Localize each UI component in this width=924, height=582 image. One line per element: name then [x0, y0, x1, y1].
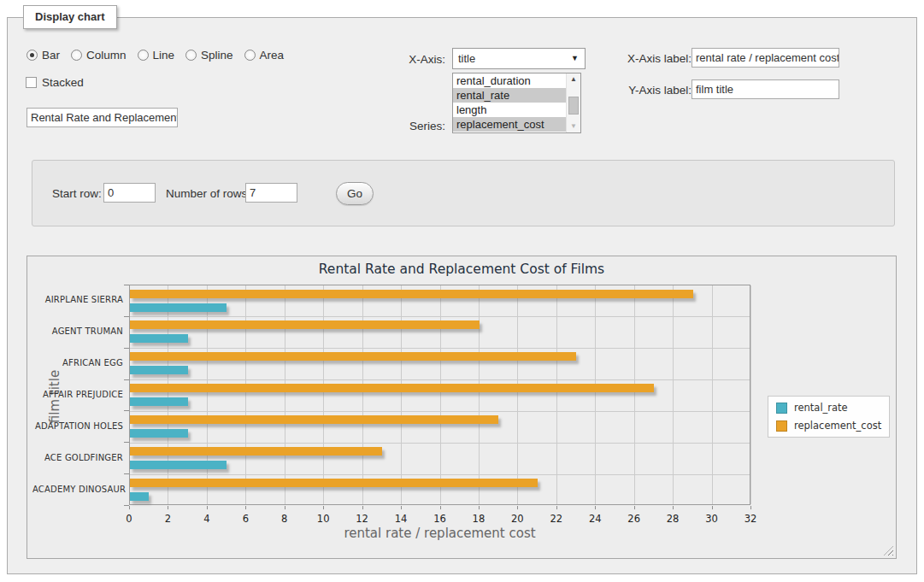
y-tick-mark	[124, 379, 129, 380]
series-option-replacement_cost[interactable]: replacement_cost	[453, 117, 566, 132]
chart-type-radio-area[interactable]: Area	[244, 49, 285, 62]
bar-rental_rate[interactable]	[130, 303, 227, 312]
number-of-rows-input[interactable]: 7	[245, 183, 297, 203]
x-tick-mark	[323, 506, 324, 509]
bar-rental_rate[interactable]	[130, 461, 227, 469]
series-option-rental_duration[interactable]: rental_duration	[453, 73, 566, 88]
chart-type-radio-bar[interactable]: Bar	[26, 49, 60, 62]
x-tick-label: 14	[384, 513, 418, 525]
x-tick-label: 20	[500, 513, 534, 525]
x-tick-label: 12	[345, 513, 380, 525]
gridline-vertical	[207, 285, 208, 504]
y-tick-mark	[124, 316, 129, 317]
panel-legend: Display chart	[23, 5, 117, 29]
bar-rental_rate[interactable]	[130, 429, 188, 438]
bar-replacement_cost[interactable]	[130, 415, 498, 424]
gridline-vertical	[245, 285, 246, 504]
scrollbar-thumb[interactable]	[568, 97, 579, 115]
x-axis-select[interactable]: title ▼	[452, 48, 586, 69]
scroll-up-icon[interactable]: ▲	[567, 73, 580, 85]
series-options: rental_durationrental_ratelengthreplacem…	[453, 73, 566, 132]
x-tick-mark	[362, 506, 363, 509]
chart-plot-area	[129, 285, 750, 505]
gridline-vertical	[479, 285, 480, 504]
radio-icon[interactable]	[138, 50, 149, 61]
bar-rental_rate[interactable]	[130, 492, 149, 501]
bar-replacement_cost[interactable]	[130, 447, 382, 456]
x-tick-label: 8	[268, 513, 302, 525]
series-option-length[interactable]: length	[453, 103, 566, 117]
radio-label: Bar	[42, 49, 60, 62]
y-axis-title-input[interactable]: film title	[692, 79, 839, 99]
chart-x-axis-title: rental rate / replacement cost	[129, 526, 750, 541]
bar-replacement_cost[interactable]	[130, 352, 576, 361]
chart-legend: rental_ratereplacement_cost	[768, 396, 890, 438]
display-chart-panel: Display chart BarColumnLineSplineArea St…	[7, 17, 917, 574]
gridline-horizontal	[130, 348, 750, 349]
bar-replacement_cost[interactable]	[130, 290, 693, 298]
listbox-scrollbar[interactable]: ▲ ▼	[566, 73, 580, 132]
bar-replacement_cost[interactable]	[130, 384, 654, 392]
x-tick-mark	[634, 506, 635, 509]
stacked-checkbox[interactable]	[26, 77, 37, 88]
chart-type-radio-column[interactable]: Column	[71, 49, 127, 62]
bar-replacement_cost[interactable]	[130, 479, 538, 487]
scroll-down-icon[interactable]: ▼	[567, 121, 580, 132]
legend-label: rental_rate	[794, 402, 848, 414]
chart-type-radio-line[interactable]: Line	[138, 49, 175, 62]
radio-icon[interactable]	[26, 50, 38, 61]
x-axis-title-input[interactable]: rental rate / replacement cost	[692, 48, 839, 68]
category-label: AGENT TRUMAN	[32, 326, 123, 336]
gridline-vertical	[401, 285, 402, 504]
radio-icon[interactable]	[185, 50, 197, 61]
select-dropdown-arrow-icon: ▼	[571, 49, 579, 68]
chart-title-input[interactable]: Rental Rate and Replacement Cost of Film…	[26, 108, 178, 127]
gridline-horizontal	[130, 379, 750, 380]
gridline-vertical	[440, 285, 441, 504]
number-of-rows-label: Number of rows:	[166, 187, 250, 200]
stacked-checkbox-row[interactable]: Stacked	[26, 76, 84, 89]
resize-handle-icon[interactable]	[884, 546, 893, 556]
series-listbox[interactable]: rental_durationrental_ratelengthreplacem…	[452, 73, 581, 133]
bar-rental_rate[interactable]	[130, 397, 188, 406]
x-tick-mark	[750, 506, 751, 509]
x-tick-label: 22	[539, 513, 574, 525]
y-tick-mark	[124, 285, 129, 285]
category-label: AFRICAN EGG	[32, 358, 123, 367]
gridline-horizontal	[130, 316, 750, 317]
stacked-label: Stacked	[42, 76, 84, 89]
bar-rental_rate[interactable]	[130, 366, 188, 374]
gridline-vertical	[323, 285, 324, 504]
radio-icon[interactable]	[244, 50, 256, 61]
gridline-vertical	[595, 285, 596, 504]
x-tick-mark	[207, 506, 208, 509]
radio-label: Area	[260, 49, 285, 62]
x-axis-title-label: X-Axis label:	[596, 52, 692, 65]
bar-rental_rate[interactable]	[130, 334, 188, 343]
x-tick-label: 24	[578, 513, 612, 525]
radio-icon[interactable]	[71, 50, 82, 61]
series-listbox-label: Series:	[375, 120, 445, 132]
go-button[interactable]: Go	[336, 182, 374, 205]
start-row-input[interactable]: 0	[103, 183, 156, 203]
y-tick-mark	[124, 348, 129, 349]
x-tick-label: 10	[306, 513, 340, 525]
gridline-horizontal	[130, 474, 750, 475]
gridline-vertical	[750, 285, 751, 504]
x-tick-label: 26	[617, 513, 651, 525]
x-tick-label: 16	[423, 513, 457, 525]
x-tick-label: 0	[112, 513, 146, 525]
y-tick-mark	[124, 505, 129, 506]
gridline-vertical	[556, 285, 557, 504]
x-tick-mark	[517, 506, 518, 509]
x-tick-label: 2	[150, 513, 185, 525]
y-tick-mark	[124, 442, 129, 443]
x-tick-mark	[479, 506, 480, 509]
gridline-vertical	[362, 285, 363, 504]
x-tick-label: 30	[695, 513, 729, 525]
bar-replacement_cost[interactable]	[130, 320, 480, 329]
chart-type-radio-spline[interactable]: Spline	[185, 49, 233, 62]
series-option-rental_rate[interactable]: rental_rate	[453, 88, 566, 103]
legend-item-replacement_cost: replacement_cost	[776, 420, 881, 432]
x-axis-select-value: title	[458, 52, 475, 65]
